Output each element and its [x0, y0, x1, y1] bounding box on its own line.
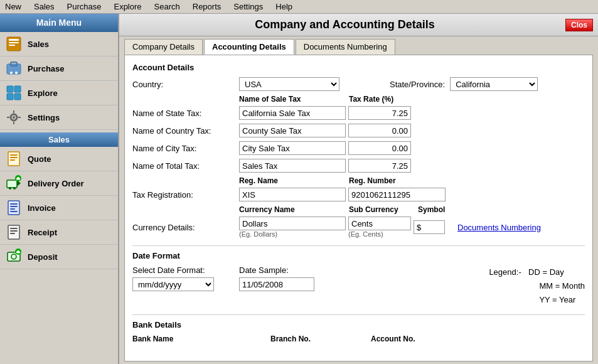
invoice-icon: [5, 199, 23, 217]
date-section: Date Format Select Date Format: mm/dd/yy…: [132, 245, 585, 307]
svg-point-6: [10, 72, 13, 74]
svg-rect-11: [14, 94, 21, 100]
sidebar-item-receipt[interactable]: Receipt: [0, 220, 118, 245]
date-format-select[interactable]: mm/dd/yyyy dd/mm/yyyy yyyy/mm/dd: [132, 277, 214, 291]
tabs: Company Details Accounting Details Docum…: [119, 36, 598, 55]
svg-rect-35: [10, 228, 18, 229]
delivery-icon: [5, 174, 23, 192]
state-label: State/Province:: [390, 80, 445, 89]
county-tax-row: Name of Country Tax:: [132, 124, 585, 137]
country-select[interactable]: USA: [239, 77, 339, 91]
curr-sub-header: Sub Currency: [349, 205, 418, 214]
svg-rect-8: [7, 86, 13, 92]
state-select[interactable]: California: [450, 77, 538, 91]
currency-label: Currency Details:: [132, 223, 239, 232]
content-area: Company and Accounting Details Clos Comp…: [119, 14, 598, 364]
sidebar-section-sales: Sales: [0, 132, 118, 147]
account-details-title: Account Details: [132, 63, 585, 72]
currency-symbol-input[interactable]: [414, 220, 445, 234]
legend-label: Legend:-: [489, 267, 521, 277]
menubar: New Sales Purchase Explore Search Report…: [0, 0, 598, 14]
county-tax-name-input[interactable]: [239, 124, 346, 137]
date-sample-input[interactable]: [239, 277, 314, 291]
svg-rect-9: [14, 86, 21, 92]
select-date-label: Select Date Format:: [132, 265, 214, 275]
country-state-row: Country: USA State/Province: California: [132, 77, 585, 91]
legend-box: Legend:- DD = Day MM = Month YY = Year: [489, 265, 585, 307]
sidebar-item-invoice[interactable]: Invoice: [0, 196, 118, 220]
sidebar-label-settings: Settings: [28, 113, 60, 122]
menu-reports[interactable]: Reports: [190, 1, 224, 12]
sidebar-label-deposit: Deposit: [28, 252, 58, 262]
reg-number-header: Reg. Number: [349, 176, 449, 185]
total-tax-name-input[interactable]: [239, 159, 346, 173]
svg-rect-20: [10, 157, 18, 158]
menu-help[interactable]: Help: [273, 1, 295, 12]
bank-section: Bank Details Bank Name Branch No. Accoun…: [132, 314, 585, 343]
reg-number-input[interactable]: [348, 188, 446, 201]
city-tax-name-input[interactable]: [239, 141, 346, 155]
tax-column-headers: Name of Sale Tax Tax Rate (%): [239, 95, 585, 104]
total-tax-rate-input[interactable]: [348, 159, 411, 173]
sidebar-item-sales[interactable]: Sales: [0, 32, 118, 56]
menu-purchase[interactable]: Purchase: [65, 1, 104, 12]
sidebar-item-purchase[interactable]: Purchase: [0, 56, 118, 81]
legend-yy: YY = Year: [539, 295, 575, 304]
currency-symbol-group: [414, 220, 445, 234]
sidebar-item-delivery[interactable]: Delivery Order: [0, 171, 118, 196]
currency-name-input[interactable]: [239, 217, 346, 230]
legend-dd: DD = Day: [528, 267, 564, 277]
reg-name-input[interactable]: [239, 188, 346, 201]
svg-rect-14: [13, 110, 14, 113]
svg-rect-21: [10, 159, 15, 161]
accounting-panel: Account Details Country: USA State/Provi…: [124, 55, 593, 361]
sidebar-label-invoice: Invoice: [28, 203, 56, 213]
sidebar-item-settings[interactable]: Settings: [0, 105, 118, 130]
sidebar-item-explore[interactable]: Explore: [0, 81, 118, 105]
menu-explore[interactable]: Explore: [111, 1, 144, 12]
county-tax-rate-input[interactable]: [348, 124, 411, 137]
menu-sales[interactable]: Sales: [31, 1, 57, 12]
tax-rate-header: Tax Rate (%): [349, 95, 412, 104]
date-section-title: Date Format: [132, 251, 585, 260]
state-tax-rate-input[interactable]: [348, 106, 411, 120]
country-label: Country:: [132, 80, 239, 89]
close-button[interactable]: Clos: [565, 19, 593, 31]
state-tax-name-input[interactable]: [239, 106, 346, 120]
state-tax-label: Name of State Tax:: [132, 109, 239, 118]
sidebar-label-sales: Sales: [28, 40, 49, 49]
svg-rect-22: [7, 180, 17, 188]
tab-accounting-details[interactable]: Accounting Details: [204, 39, 294, 55]
sidebar-item-quote[interactable]: Quote: [0, 147, 118, 171]
sidebar-title: Main Menu: [0, 14, 118, 32]
svg-rect-10: [7, 94, 13, 100]
bank-account-header: Account No.: [371, 335, 471, 343]
svg-rect-15: [13, 122, 14, 124]
bank-headers-row: Bank Name Branch No. Account No.: [132, 335, 585, 343]
page-title-bar: Company and Accounting Details Clos: [119, 14, 598, 36]
svg-rect-3: [9, 45, 15, 46]
menu-new[interactable]: New: [3, 1, 24, 12]
sidebar-item-deposit[interactable]: Deposit: [0, 245, 118, 269]
settings-icon: [5, 109, 23, 126]
legend-mm: MM = Month: [539, 281, 585, 291]
bank-section-title: Bank Details: [132, 320, 585, 329]
tab-company-details[interactable]: Company Details: [124, 39, 203, 55]
sidebar-label-delivery: Delivery Order: [28, 179, 84, 188]
city-tax-row: Name of City Tax:: [132, 141, 585, 155]
date-sample-group: Date Sample:: [239, 265, 314, 291]
menu-settings[interactable]: Settings: [231, 1, 265, 12]
documents-numbering-link[interactable]: Documents Numbering: [457, 223, 541, 232]
sales-icon: [5, 35, 23, 53]
tab-documents-numbering[interactable]: Documents Numbering: [296, 39, 395, 55]
svg-rect-19: [10, 154, 18, 156]
svg-rect-2: [9, 42, 19, 43]
sidebar-label-receipt: Receipt: [28, 228, 57, 237]
bank-name-header: Bank Name: [132, 335, 270, 343]
menu-search[interactable]: Search: [152, 1, 183, 12]
receipt-icon: [5, 223, 23, 241]
currency-sub-input[interactable]: [348, 217, 411, 230]
svg-rect-29: [8, 201, 19, 215]
city-tax-rate-input[interactable]: [348, 141, 411, 155]
svg-rect-1: [9, 39, 19, 41]
